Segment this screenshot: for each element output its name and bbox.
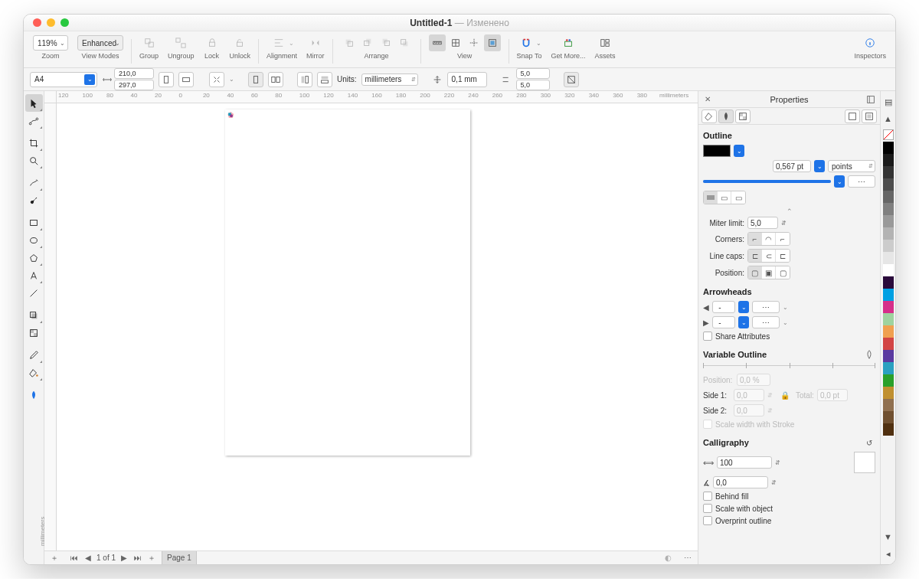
next-page-button[interactable]: ▶ <box>119 553 129 564</box>
dup-y-field[interactable]: 5,0 <box>516 80 550 90</box>
page-width-field[interactable]: 210,0 <box>114 68 154 79</box>
position-buttons[interactable]: ▢▣▢ <box>747 266 790 279</box>
color-swatch[interactable] <box>883 215 894 227</box>
color-swatch[interactable] <box>883 325 894 338</box>
assets-button[interactable] <box>597 34 613 51</box>
ungroup-button[interactable] <box>172 34 189 51</box>
arrow-start-combo[interactable]: - <box>712 301 735 313</box>
color-swatch[interactable] <box>883 264 894 276</box>
treat-as-button[interactable] <box>564 72 579 87</box>
arrow-start-picker[interactable]: ⌄ <box>738 301 749 313</box>
color-swatch[interactable] <box>883 166 894 178</box>
share-attributes-checkbox[interactable] <box>703 332 712 341</box>
forward-button[interactable] <box>359 34 376 51</box>
add-page-button[interactable]: ＋ <box>49 553 60 564</box>
color-swatch[interactable] <box>883 289 894 301</box>
zoom-window-button[interactable] <box>61 18 69 27</box>
get-more-button[interactable] <box>560 34 577 51</box>
outline-tab[interactable] <box>718 109 734 123</box>
shape-edit-tool[interactable] <box>25 112 43 129</box>
color-swatch[interactable] <box>883 399 894 411</box>
outline-color-swatch[interactable] <box>703 145 731 157</box>
polygon-tool[interactable] <box>25 249 43 266</box>
close-panel-button[interactable]: ✕ <box>702 93 714 106</box>
effects-tool[interactable] <box>25 306 43 324</box>
ellipse-tool[interactable] <box>25 231 43 249</box>
color-swatch[interactable] <box>883 374 894 387</box>
fill-tool[interactable] <box>25 364 43 381</box>
snap-to-button[interactable] <box>518 34 535 51</box>
color-swatch[interactable] <box>883 276 894 289</box>
dup-x-field[interactable]: 5,0 <box>516 68 550 79</box>
color-swatch[interactable] <box>883 313 894 325</box>
line-tool[interactable] <box>25 284 43 302</box>
scale-with-object-checkbox[interactable] <box>703 504 712 513</box>
color-proof-indicator[interactable]: ◐ <box>662 553 673 564</box>
color-swatch[interactable] <box>883 301 894 313</box>
detail-b-button[interactable] <box>862 109 877 123</box>
outline-color-picker[interactable]: ⌄ <box>734 145 744 157</box>
backward-button[interactable] <box>378 34 394 51</box>
mirror-button[interactable] <box>307 34 324 51</box>
color-swatch[interactable] <box>883 227 894 240</box>
stroke-width-field[interactable]: 0,567 pt <box>773 160 811 172</box>
transparency-tool[interactable] <box>25 324 43 341</box>
behind-fill-checkbox[interactable] <box>703 492 712 501</box>
all-pages-button[interactable] <box>248 72 263 87</box>
pick-tool[interactable] <box>25 94 43 112</box>
stroke-unit-combo[interactable]: points⇵ <box>828 160 875 172</box>
stroke-style-picker[interactable]: ⌄ <box>834 175 845 188</box>
view-proof-button[interactable] <box>484 34 501 51</box>
zoom-tool[interactable] <box>25 152 43 169</box>
ruler-horizontal[interactable]: 1201008040200204060801001201401601802002… <box>44 91 698 103</box>
units-combo[interactable]: millimeters⇵ <box>361 74 418 86</box>
fill-tab[interactable] <box>702 109 717 123</box>
portrait-button[interactable] <box>159 72 174 87</box>
color-swatch[interactable] <box>883 178 894 191</box>
current-page-button[interactable] <box>268 72 283 87</box>
expand-toggle[interactable]: ⌃ <box>703 207 875 215</box>
view-guides-button[interactable] <box>466 34 482 51</box>
first-page-button[interactable]: ⏮ <box>69 553 80 564</box>
page-size-combo[interactable]: A4 ⌄ <box>30 72 97 87</box>
outline-pen-tool[interactable] <box>25 386 43 403</box>
minimize-window-button[interactable] <box>47 18 55 27</box>
alignment-button[interactable] <box>270 34 287 51</box>
view-grid-button[interactable] <box>447 34 464 51</box>
transparency-tab[interactable] <box>735 109 751 123</box>
artistic-media-tool[interactable] <box>25 191 43 209</box>
nudge-field[interactable]: 0,1 mm <box>447 72 487 87</box>
circle-shape[interactable] <box>230 114 233 117</box>
arrow-end-more[interactable]: ⋯ <box>752 316 780 328</box>
arrow-start-more[interactable]: ⋯ <box>752 301 780 313</box>
angle-field[interactable]: 0,0 <box>713 476 768 488</box>
variable-outline-reset[interactable] <box>863 348 875 361</box>
no-color-swatch[interactable] <box>883 129 894 140</box>
calligraphy-reset[interactable]: ↺ <box>863 436 875 449</box>
layout-b-button[interactable] <box>317 72 332 87</box>
eyedropper-tool[interactable] <box>25 346 43 364</box>
last-page-button[interactable]: ⏭ <box>132 553 143 564</box>
more-status-button[interactable]: ⋯ <box>682 553 693 564</box>
inspectors-button[interactable] <box>862 34 878 51</box>
color-swatch[interactable] <box>883 350 894 362</box>
ruler-vertical[interactable]: millimeters <box>44 103 57 550</box>
color-swatch[interactable] <box>883 203 894 215</box>
text-tool[interactable] <box>25 266 43 284</box>
to-back-button[interactable] <box>396 34 413 51</box>
palette-up-button[interactable]: ▲ <box>882 113 894 125</box>
lock-button[interactable] <box>204 34 221 51</box>
color-swatch[interactable] <box>883 252 894 264</box>
color-swatch[interactable] <box>883 191 894 203</box>
palette-down-button[interactable]: ▼ <box>882 531 894 543</box>
prev-page-button[interactable]: ◀ <box>83 553 93 564</box>
corners-buttons[interactable]: ⌐◠⌐ <box>747 232 790 246</box>
color-swatch[interactable] <box>883 387 894 399</box>
view-mode-combo[interactable]: Enhanced⌄ <box>77 35 123 51</box>
unlock-button[interactable] <box>231 34 248 51</box>
palette-flyout-button[interactable]: ◂ <box>882 547 894 560</box>
stroke-style-slider[interactable] <box>703 180 831 183</box>
palette-menu-button[interactable]: ▤ <box>882 96 894 108</box>
miter-limit-field[interactable]: 5,0 <box>747 217 778 229</box>
linecaps-buttons[interactable]: ⊏⊂⊏ <box>747 249 790 263</box>
